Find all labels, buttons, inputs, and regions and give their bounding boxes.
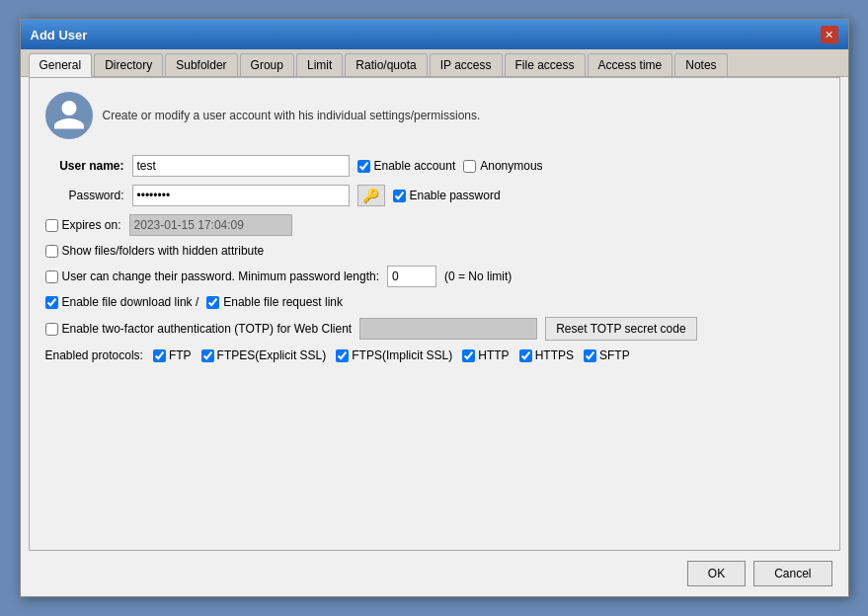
protocols-row: Enabled protocols: FTP FTPES(Explicit SS…	[45, 348, 824, 362]
change-pw-checkbox[interactable]	[45, 270, 58, 283]
hidden-attr-row: Show files/folders with hidden attribute	[45, 244, 824, 258]
tab-file-access[interactable]: File access	[505, 53, 586, 76]
enable-account-checkbox[interactable]	[357, 160, 370, 173]
enable-account-group: Enable account	[357, 159, 456, 173]
enable-password-group: Enable password	[393, 189, 501, 202]
totp-group: Enable two-factor authentication (TOTP) …	[45, 322, 353, 336]
download-link-checkbox[interactable]	[45, 296, 58, 309]
tab-bar: General Directory Subfolder Group Limit …	[21, 49, 848, 77]
password-label: Password:	[45, 189, 124, 202]
protocol-sftp-checkbox[interactable]	[584, 349, 596, 362]
protocol-http-label: HTTP	[478, 348, 509, 362]
dialog-title: Add User	[31, 28, 88, 42]
anonymous-checkbox[interactable]	[463, 160, 476, 173]
title-bar: Add User ✕	[21, 20, 848, 49]
password-input[interactable]	[132, 185, 350, 206]
username-row: User name: Enable account Anonymous	[45, 155, 824, 177]
cancel-button[interactable]: Cancel	[753, 561, 831, 586]
protocol-https-label: HTTPS	[535, 348, 574, 362]
expires-label: Expires on:	[62, 218, 121, 232]
username-input[interactable]	[132, 155, 350, 177]
change-pw-group: User can change their password. Minimum …	[45, 270, 379, 283]
tab-ip-access[interactable]: IP access	[430, 53, 503, 76]
key-button[interactable]: 🔑	[357, 185, 385, 206]
change-pw-row: User can change their password. Minimum …	[45, 266, 824, 287]
protocol-http-checkbox[interactable]	[462, 349, 475, 362]
protocol-ftp-label: FTP	[169, 348, 192, 362]
protocol-ftpes-label: FTPES(Explicit SSL)	[217, 348, 327, 362]
protocol-https-checkbox[interactable]	[519, 349, 532, 362]
protocol-ftpes-checkbox[interactable]	[201, 349, 214, 362]
password-row: Password: 🔑 Enable password	[45, 185, 824, 206]
hidden-attr-checkbox[interactable]	[45, 245, 58, 258]
totp-field	[359, 318, 537, 340]
protocol-ftps-checkbox[interactable]	[336, 349, 349, 362]
hidden-attr-group: Show files/folders with hidden attribute	[45, 244, 265, 258]
tab-notes[interactable]: Notes	[674, 53, 727, 76]
content-area: Create or modify a user account with his…	[29, 77, 840, 551]
tab-directory[interactable]: Directory	[94, 53, 163, 76]
anonymous-group: Anonymous	[463, 159, 542, 173]
enable-account-label: Enable account	[374, 159, 456, 173]
username-label: User name:	[45, 159, 124, 173]
expires-checkbox[interactable]	[45, 219, 58, 232]
min-pw-input[interactable]	[387, 266, 436, 287]
reset-totp-button[interactable]: Reset TOTP secret code	[545, 317, 696, 341]
no-limit-label: (0 = No limit)	[444, 270, 512, 283]
anonymous-label: Anonymous	[480, 159, 542, 173]
tab-access-time[interactable]: Access time	[588, 53, 673, 76]
user-header: Create or modify a user account with his…	[45, 92, 824, 139]
request-link-group: Enable file request link	[206, 295, 343, 309]
request-link-checkbox[interactable]	[206, 296, 219, 309]
protocol-ftps: FTPS(Implicit SSL)	[336, 348, 452, 362]
totp-label: Enable two-factor authentication (TOTP) …	[62, 322, 353, 336]
protocol-ftps-label: FTPS(Implicit SSL)	[352, 348, 452, 362]
tab-ratio-quota[interactable]: Ratio/quota	[345, 53, 427, 76]
tab-limit[interactable]: Limit	[296, 53, 343, 76]
expires-row: Expires on:	[45, 214, 824, 236]
hidden-attr-label: Show files/folders with hidden attribute	[62, 244, 265, 258]
request-link-label: Enable file request link	[223, 295, 343, 309]
protocol-sftp-label: SFTP	[599, 348, 630, 362]
tab-subfolder[interactable]: Subfolder	[165, 53, 237, 76]
add-user-dialog: Add User ✕ General Directory Subfolder G…	[20, 19, 849, 597]
file-link-row: Enable file download link / Enable file …	[45, 295, 824, 309]
tab-general[interactable]: General	[29, 53, 93, 77]
enable-password-label: Enable password	[410, 189, 501, 202]
protocols-label: Enabled protocols:	[45, 348, 143, 362]
protocol-ftp: FTP	[153, 348, 192, 362]
protocol-https: HTTPS	[519, 348, 574, 362]
totp-checkbox[interactable]	[45, 323, 58, 336]
download-link-label: Enable file download link /	[62, 295, 199, 309]
expires-input[interactable]	[129, 214, 292, 236]
ok-button[interactable]: OK	[687, 561, 746, 586]
protocol-ftp-checkbox[interactable]	[153, 349, 166, 362]
download-link-group: Enable file download link /	[45, 295, 199, 309]
header-description: Create or modify a user account with his…	[103, 109, 481, 122]
protocol-http: HTTP	[462, 348, 509, 362]
avatar	[45, 92, 93, 139]
expires-group: Expires on:	[45, 218, 121, 232]
change-pw-label: User can change their password. Minimum …	[62, 270, 379, 283]
enable-password-checkbox[interactable]	[393, 190, 406, 202]
protocol-sftp: SFTP	[584, 348, 630, 362]
protocol-ftpes: FTPES(Explicit SSL)	[201, 348, 327, 362]
tab-group[interactable]: Group	[240, 53, 294, 76]
dialog-footer: OK Cancel	[21, 551, 848, 596]
close-button[interactable]: ✕	[821, 26, 838, 43]
user-avatar-icon	[51, 98, 87, 133]
totp-row: Enable two-factor authentication (TOTP) …	[45, 317, 824, 341]
